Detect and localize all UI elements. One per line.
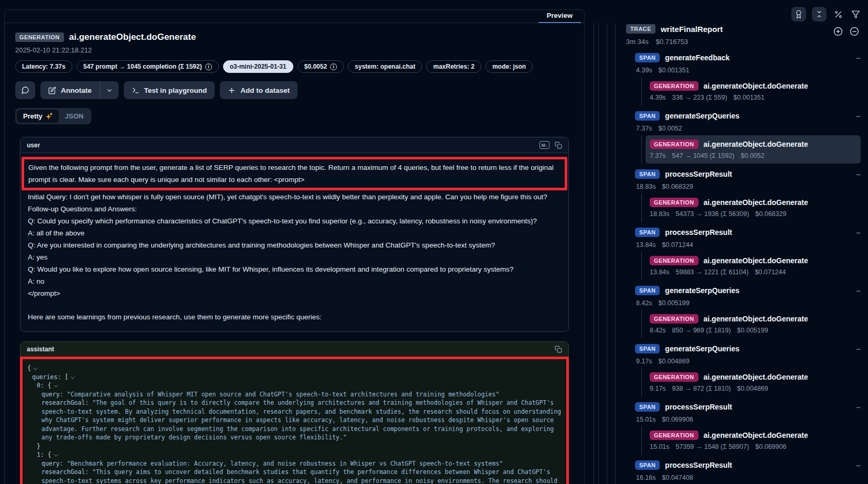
generation-row[interactable]: GENERATIONai.generateObject.doGenerate: [650, 312, 856, 325]
span-row[interactable]: SPANgenerateSerpQueries: [635, 284, 861, 297]
collapse-chevron-icon[interactable]: [54, 383, 58, 387]
assistant-json-lines: {queries: [0: {query: "Comparative analy…: [27, 364, 562, 484]
json-line: researchGoal: "The goal of this query is…: [27, 399, 562, 442]
json-punctuation: [: [65, 373, 68, 381]
collapse-chevron-icon[interactable]: [54, 452, 58, 456]
tree-guide-line: [594, 23, 594, 484]
annotate-button-group: Annotate: [40, 81, 119, 99]
message-line: Here are some learnings from previous re…: [28, 311, 561, 323]
span-row[interactable]: SPANprocessSerpResult: [635, 167, 861, 181]
generation-duration: 13.84s: [650, 268, 670, 276]
json-value: "The goal of this query is to directly c…: [41, 399, 565, 441]
edit-icon: [48, 87, 56, 94]
message-line: A: all of the above: [28, 227, 561, 239]
generation-row[interactable]: GENERATIONai.generateObject.doGenerate: [650, 254, 856, 267]
collapse-chevron-icon[interactable]: [71, 374, 75, 379]
trace-span-group: SPANprocessSerpResult16.16s$0.047408GENE…: [635, 458, 861, 484]
collapse-chevron-icon[interactable]: [33, 365, 37, 370]
generation-item[interactable]: GENERATIONai.generateObject.doGenerate9.…: [645, 368, 861, 396]
generation-item[interactable]: GENERATIONai.generateObject.doGenerate13…: [645, 252, 861, 280]
json-value: "Benchmark performance evaluation: Accur…: [67, 460, 503, 467]
span-row[interactable]: SPANgenerateSerpQueries: [635, 342, 861, 356]
span-duration: 13.84s: [636, 241, 656, 249]
annotate-label: Annotate: [61, 87, 92, 94]
add-to-dataset-button[interactable]: Add to dataset: [220, 81, 298, 99]
copy-icon[interactable]: [555, 142, 562, 149]
role-label: assistant: [27, 346, 54, 353]
generation-badge: GENERATION: [650, 139, 698, 149]
collapse-button[interactable]: [856, 229, 861, 236]
trace-row[interactable]: TRACE writeFinalReport: [626, 24, 868, 34]
span-cost: $0.068329: [662, 183, 693, 190]
minus-circle-icon[interactable]: [849, 26, 860, 37]
funnel-icon: [851, 10, 860, 19]
tree-guide-line: [598, 23, 599, 484]
span-row[interactable]: SPANgenerateSerpQueries: [635, 109, 861, 123]
copy-icon[interactable]: [555, 346, 562, 353]
chevron-down-icon: [106, 87, 113, 94]
generation-badge: GENERATION: [650, 256, 698, 265]
toggle-json[interactable]: JSON: [59, 110, 90, 123]
span-name: generateFeedback: [665, 53, 729, 62]
span-metrics: 13.84s$0.071244: [635, 239, 861, 250]
generation-item[interactable]: GENERATIONai.generateObject.doGenerate15…: [645, 426, 861, 455]
generation-name: ai.generateObject.doGenerate: [704, 373, 808, 381]
collapse-button[interactable]: [856, 54, 861, 62]
annotate-button[interactable]: Annotate: [40, 81, 100, 99]
annotate-dropdown-button[interactable]: [100, 81, 119, 99]
generation-row[interactable]: GENERATIONai.generateObject.doGenerate: [650, 370, 856, 383]
json-punctuation: {: [48, 451, 51, 458]
comment-button[interactable]: [15, 81, 35, 99]
meta-pill-label: 547 prompt → 1045 completion (Σ 1592): [83, 63, 202, 70]
tab-preview[interactable]: Preview: [538, 10, 581, 23]
json-line: researchGoal: "This query aims to uncove…: [27, 468, 562, 484]
collapse-button[interactable]: [856, 461, 861, 469]
trace-metrics: 3m 34s $0.716753: [626, 38, 868, 46]
generation-item[interactable]: GENERATIONai.generateObject.doGenerate7.…: [645, 135, 861, 164]
generation-row[interactable]: GENERATIONai.generateObject.doGenerate: [650, 137, 856, 150]
generation-item[interactable]: GENERATIONai.generateObject.doGenerate8.…: [645, 310, 861, 338]
filter-button[interactable]: [850, 8, 861, 20]
span-cost: $0.0052: [659, 125, 682, 132]
message-line: </prompt>: [28, 287, 561, 299]
span-duration: 18.83s: [636, 183, 656, 190]
annotation-box: {queries: [0: {query: "Comparative analy…: [20, 357, 569, 484]
collapse-button[interactable]: [856, 345, 861, 353]
assistant-message-body: {queries: [0: {query: "Comparative analy…: [20, 357, 568, 484]
markdown-toggle-icon[interactable]: [539, 141, 549, 149]
generation-item[interactable]: GENERATIONai.generateObject.doGenerate18…: [645, 193, 861, 222]
generation-item[interactable]: GENERATIONai.generateObject.doGenerate4.…: [645, 77, 861, 105]
metrics-toggle-button[interactable]: [832, 8, 844, 20]
generation-tokens: 57359 → 1548 (Σ 58907): [676, 443, 749, 450]
collapse-button[interactable]: [856, 170, 861, 178]
generation-row[interactable]: GENERATIONai.generateObject.doGenerate: [650, 79, 856, 92]
collapse-all-button[interactable]: [812, 7, 827, 21]
annotation-box: Given the following prompt from the user…: [22, 157, 567, 190]
span-metrics: 4.39s$0.001351: [635, 64, 861, 76]
generation-row[interactable]: GENERATIONai.generateObject.doGenerate: [650, 196, 856, 209]
collapse-button[interactable]: [856, 287, 861, 295]
playground-label: Test in playground: [144, 87, 207, 94]
span-badge: SPAN: [635, 344, 660, 353]
scores-button[interactable]: [791, 7, 806, 21]
span-row[interactable]: SPANgenerateFeedback: [635, 51, 861, 64]
assistant-message-card: assistant {queries: [0: {query: "Compara…: [20, 341, 569, 484]
generation-row[interactable]: GENERATIONai.generateObject.doGenerate: [650, 428, 856, 442]
tree-guide-line: [607, 23, 607, 484]
json-line: query: "Benchmark performance evaluation…: [27, 459, 562, 468]
terminal-icon: [132, 87, 140, 94]
generation-badge: GENERATION: [650, 314, 698, 324]
message-line: [28, 299, 561, 311]
plus-circle-icon[interactable]: [832, 26, 844, 37]
span-row[interactable]: SPANprocessSerpResult: [635, 458, 861, 472]
sparkles-icon: [46, 113, 52, 120]
span-row[interactable]: SPANprocessSerpResult: [635, 400, 861, 414]
span-metrics: 8.42s$0.005199: [635, 297, 861, 308]
action-bar: Annotate Test in playground: [15, 81, 574, 99]
json-key: researchGoal:: [41, 468, 92, 476]
test-in-playground-button[interactable]: Test in playground: [124, 81, 215, 99]
collapse-button[interactable]: [856, 112, 861, 120]
toggle-pretty[interactable]: Pretty: [17, 110, 59, 123]
collapse-button[interactable]: [856, 403, 861, 411]
span-row[interactable]: SPANprocessSerpResult: [635, 225, 861, 239]
